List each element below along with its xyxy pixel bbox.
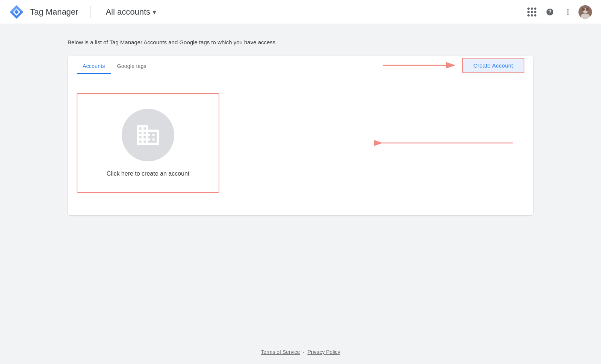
more-vert-icon (564, 8, 572, 16)
grid-icon (527, 8, 536, 17)
tab-accounts[interactable]: Accounts (77, 56, 111, 74)
app-header: Tag Manager All accounts ▾ (0, 0, 601, 24)
header-right (524, 5, 592, 20)
empty-state-label: Click here to create an account (107, 170, 190, 177)
create-account-button[interactable]: Create Account (462, 58, 524, 73)
accounts-card: Accounts Google tags Create Account (68, 56, 533, 215)
building-icon (135, 122, 161, 148)
header-divider (90, 6, 91, 18)
create-account-card[interactable]: Click here to create an account (77, 93, 219, 193)
svg-point-8 (582, 8, 585, 11)
svg-point-9 (586, 8, 589, 11)
arrow-to-empty-card (374, 134, 517, 152)
more-options-button[interactable] (560, 5, 575, 20)
tabs-container: Accounts Google tags (77, 56, 379, 74)
account-selector-label: All accounts (106, 7, 150, 17)
tabs-row: Accounts Google tags Create Account (68, 56, 533, 75)
arrow-to-create-account (379, 56, 462, 75)
footer: Terms of Service · Privacy Policy (0, 340, 601, 364)
account-selector[interactable]: All accounts ▾ (103, 5, 159, 19)
tab-google-tags[interactable]: Google tags (111, 56, 153, 74)
terms-of-service-link[interactable]: Terms of Service (261, 349, 300, 355)
avatar[interactable] (578, 5, 592, 19)
gtm-logo (9, 5, 24, 20)
privacy-policy-link[interactable]: Privacy Policy (308, 349, 340, 355)
footer-separator: · (303, 349, 305, 355)
empty-icon-circle (122, 109, 174, 161)
empty-state-area: Click here to create an account (68, 75, 533, 215)
help-button[interactable] (542, 5, 557, 20)
page-description: Below is a list of Tag Manager Accounts … (68, 39, 533, 45)
main-content: Below is a list of Tag Manager Accounts … (38, 24, 563, 230)
chevron-down-icon: ▾ (153, 8, 156, 17)
header-left: Tag Manager All accounts ▾ (9, 5, 159, 20)
help-icon (546, 8, 554, 16)
apps-button[interactable] (524, 5, 539, 20)
app-name: Tag Manager (30, 7, 78, 17)
avatar-image (578, 5, 592, 19)
